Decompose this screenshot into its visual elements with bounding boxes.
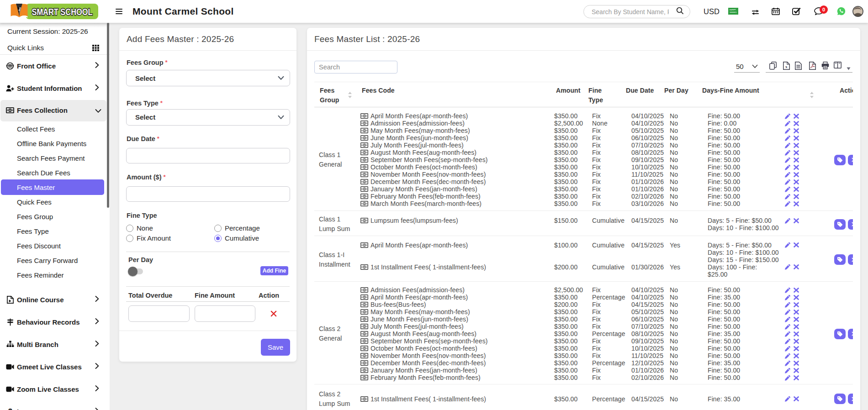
svg-text:x: x bbox=[785, 64, 788, 69]
svg-text:SMART SCHOOL: SMART SCHOOL bbox=[32, 6, 93, 17]
svg-text:$: $ bbox=[8, 408, 12, 410]
